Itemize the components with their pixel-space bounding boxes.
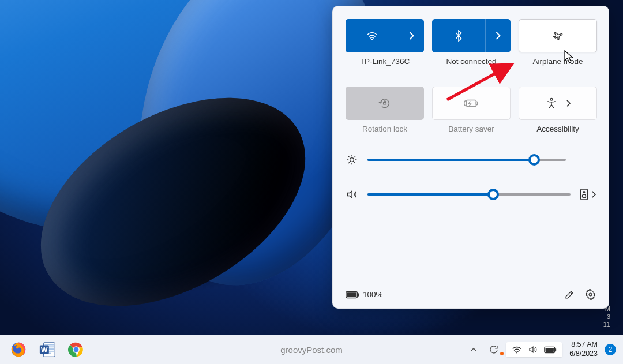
svg-rect-3 [476,102,477,105]
brightness-slider-row [346,154,596,166]
battery-saver-icon [464,98,479,108]
bluetooth-icon [455,30,463,42]
battery-saver-tile[interactable] [432,87,511,120]
airplane-mode-tile[interactable] [519,19,597,52]
date-text: 6/8/2023 [569,350,598,359]
word-app-icon[interactable]: W [36,338,59,361]
svg-rect-28 [555,348,556,351]
volume-icon [346,189,358,200]
firefox-app-icon[interactable] [7,338,30,361]
svg-point-12 [589,293,592,296]
watermark-text: groovyPost.com [280,345,343,355]
bluetooth-expand-button[interactable] [485,19,511,52]
wifi-icon [366,31,378,40]
accessibility-tile[interactable] [519,87,597,120]
svg-rect-11 [347,292,356,297]
chevron-right-icon [566,100,571,107]
svg-point-7 [583,192,585,193]
quick-settings-panel: TP-Link_736C Not connected Airplane mode [332,6,609,309]
wifi-toggle[interactable] [346,19,399,52]
chrome-app-icon[interactable] [65,338,88,361]
rotation-lock-label: Rotation lock [362,125,407,133]
svg-rect-16 [44,344,54,346]
brightness-icon [346,154,358,166]
svg-rect-29 [546,348,554,352]
svg-rect-1 [384,102,386,104]
battery-percent: 100% [363,290,383,299]
svg-point-5 [350,158,354,162]
accessibility-label: Accessibility [536,125,579,133]
bluetooth-toggle[interactable] [432,19,485,52]
bluetooth-label: Not connected [446,57,496,66]
notification-badge[interactable]: 2 [605,344,616,355]
panel-footer: 100% [346,282,596,300]
wifi-tile[interactable] [346,19,424,52]
svg-rect-2 [467,100,476,106]
edit-icon[interactable] [564,290,575,300]
airplane-icon [551,30,564,42]
tray-overflow-button[interactable] [466,347,482,352]
chevron-right-icon [496,32,501,40]
brightness-slider[interactable] [367,159,566,161]
svg-text:W: W [41,346,48,354]
volume-slider[interactable] [367,193,571,196]
wifi-label: TP-Link_736C [360,57,410,66]
chevron-right-icon [409,32,414,40]
taskbar-clock[interactable]: 8:57 AM 6/8/2023 [569,340,598,358]
volume-tray-icon [528,345,538,354]
battery-status[interactable]: 100% [346,290,383,299]
battery-saver-label: Battery saver [448,125,494,133]
rotation-lock-icon [378,97,391,110]
svg-point-8 [583,194,586,198]
rotation-lock-tile[interactable] [346,87,424,120]
settings-icon[interactable] [585,289,596,300]
battery-tray-icon [544,346,557,354]
wifi-tray-icon [512,346,522,354]
svg-point-26 [516,352,517,354]
airplane-label: Airplane mode [532,57,583,66]
volume-slider-row [346,189,596,200]
wifi-expand-button[interactable] [399,19,424,52]
battery-icon [346,291,359,299]
windows-update-tray-icon[interactable] [485,344,502,355]
bluetooth-tile[interactable] [432,19,511,52]
clock-peek: M311 [603,305,610,328]
svg-rect-10 [358,293,359,297]
system-tray[interactable] [506,342,562,357]
accessibility-icon [546,97,557,109]
taskbar: W groovyPost.com 8:57 AM 6/8/2023 2 [0,335,623,364]
audio-output-icon[interactable] [580,189,588,200]
svg-point-4 [550,99,553,101]
chevron-right-icon[interactable] [592,191,596,198]
time-text: 8:57 AM [571,340,598,350]
svg-point-0 [371,39,373,40]
